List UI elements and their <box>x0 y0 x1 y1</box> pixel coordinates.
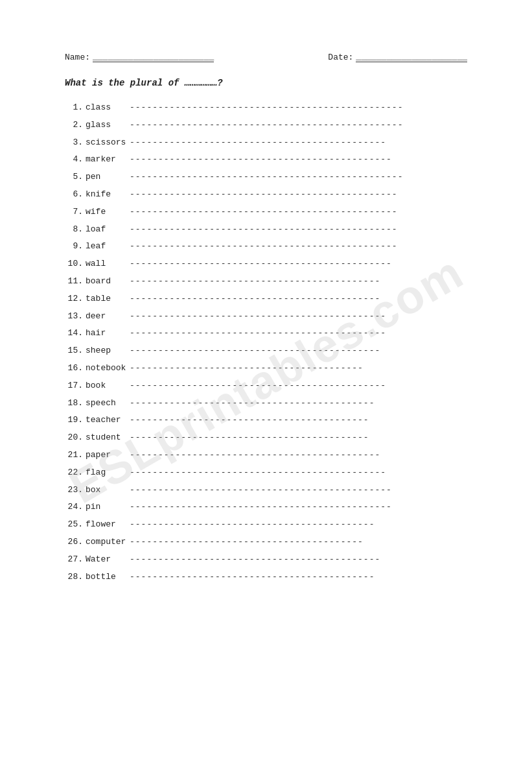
item-number: 3. <box>65 136 83 150</box>
item-dashes: ----------------------------------------… <box>130 136 467 150</box>
list-item: 24.pin ---------------------------------… <box>65 501 467 514</box>
item-dashes: ----------------------------------------… <box>130 101 467 115</box>
item-dashes: ----------------------------------------… <box>130 501 467 514</box>
list-item: 13.deer --------------------------------… <box>65 310 467 324</box>
date-label: Date: <box>328 53 353 62</box>
list-item: 28.bottle ------------------------------… <box>65 571 467 584</box>
item-number: 21. <box>65 449 83 462</box>
item-dashes: ----------------------------------------… <box>130 449 467 462</box>
item-word: bottle <box>86 571 130 584</box>
item-number: 22. <box>65 466 83 480</box>
item-dashes: ----------------------------------------… <box>130 119 467 132</box>
item-number: 19. <box>65 414 83 427</box>
list-item: 11.board -------------------------------… <box>65 275 467 289</box>
item-number: 20. <box>65 431 83 445</box>
item-dashes: ----------------------------------------… <box>130 466 467 480</box>
item-number: 17. <box>65 379 83 393</box>
item-word: leaf <box>86 240 130 254</box>
list-item: 23.box ---------------------------------… <box>65 484 467 497</box>
list-item: 14.hair --------------------------------… <box>65 327 467 340</box>
list-item: 8.loaf ---------------------------------… <box>65 223 467 237</box>
item-word: deer <box>86 310 130 324</box>
item-word: flag <box>86 466 130 480</box>
name-section: Name: ________________________ <box>65 52 214 62</box>
item-word: scissors <box>86 136 130 150</box>
item-dashes: ----------------------------------------… <box>130 362 467 375</box>
list-item: 3.scissors -----------------------------… <box>65 136 467 150</box>
item-word: speech <box>86 397 130 410</box>
item-word: student <box>86 431 130 445</box>
item-number: 4. <box>65 153 83 167</box>
list-item: 17.book --------------------------------… <box>65 379 467 393</box>
item-number: 24. <box>65 501 83 514</box>
list-item: 20.student -----------------------------… <box>65 431 467 445</box>
item-dashes: ----------------------------------------… <box>130 431 467 445</box>
page: ESLprintables.com Name: ________________… <box>0 0 532 758</box>
item-dashes: ----------------------------------------… <box>130 553 467 567</box>
item-dashes: ----------------------------------------… <box>130 206 467 219</box>
item-dashes: ----------------------------------------… <box>130 240 467 254</box>
item-dashes: ----------------------------------------… <box>130 188 467 202</box>
item-dashes: ----------------------------------------… <box>130 518 467 532</box>
list-item: 25.flower ------------------------------… <box>65 518 467 532</box>
item-number: 23. <box>65 484 83 497</box>
list-item: 15.sheep -------------------------------… <box>65 344 467 358</box>
item-word: flower <box>86 518 130 532</box>
item-dashes: ----------------------------------------… <box>130 414 467 427</box>
item-word: paper <box>86 449 130 462</box>
item-dashes: ----------------------------------------… <box>130 397 467 410</box>
item-number: 11. <box>65 275 83 289</box>
item-dashes: ----------------------------------------… <box>130 379 467 393</box>
item-number: 15. <box>65 344 83 358</box>
item-word: sheep <box>86 344 130 358</box>
item-word: marker <box>86 153 130 167</box>
item-number: 12. <box>65 292 83 306</box>
item-word: book <box>86 379 130 393</box>
item-number: 2. <box>65 119 83 132</box>
list-item: 7.wife ---------------------------------… <box>65 206 467 219</box>
item-dashes: ----------------------------------------… <box>130 310 467 324</box>
item-number: 25. <box>65 518 83 532</box>
item-number: 10. <box>65 257 83 271</box>
item-number: 28. <box>65 571 83 584</box>
item-word: board <box>86 275 130 289</box>
question-title: What is the plural of ………………? <box>65 78 467 88</box>
item-word: Water <box>86 553 130 567</box>
item-dashes: ----------------------------------------… <box>130 153 467 167</box>
item-number: 5. <box>65 171 83 184</box>
list-item: 22.flag --------------------------------… <box>65 466 467 480</box>
list-item: 2.glass --------------------------------… <box>65 119 467 132</box>
list-item: 19.teacher -----------------------------… <box>65 414 467 427</box>
item-word: pen <box>86 171 130 184</box>
item-number: 7. <box>65 206 83 219</box>
item-dashes: ----------------------------------------… <box>130 292 467 306</box>
item-dashes: ----------------------------------------… <box>130 536 467 549</box>
date-field[interactable]: ______________________ <box>356 52 467 62</box>
list-item: 9.leaf ---------------------------------… <box>65 240 467 254</box>
list-item: 12.table -------------------------------… <box>65 292 467 306</box>
list-item: 18.speech ------------------------------… <box>65 397 467 410</box>
item-dashes: ----------------------------------------… <box>130 275 467 289</box>
item-word: teacher <box>86 414 130 427</box>
item-number: 14. <box>65 327 83 340</box>
list-item: 4.marker -------------------------------… <box>65 153 467 167</box>
name-field[interactable]: ________________________ <box>93 52 214 62</box>
item-word: computer <box>86 536 130 549</box>
item-number: 16. <box>65 362 83 375</box>
item-word: class <box>86 101 130 115</box>
item-dashes: ----------------------------------------… <box>130 171 467 184</box>
header-row: Name: ________________________ Date: ___… <box>65 52 467 62</box>
list-item: 27.Water -------------------------------… <box>65 553 467 567</box>
item-word: glass <box>86 119 130 132</box>
item-number: 9. <box>65 240 83 254</box>
item-number: 26. <box>65 536 83 549</box>
list-item: 16.notebook ----------------------------… <box>65 362 467 375</box>
word-list: 1.class --------------------------------… <box>65 101 467 584</box>
item-word: hair <box>86 327 130 340</box>
name-label: Name: <box>65 53 90 62</box>
item-dashes: ----------------------------------------… <box>130 344 467 358</box>
list-item: 10.wall --------------------------------… <box>65 257 467 271</box>
date-section: Date: ______________________ <box>328 52 467 62</box>
item-word: wife <box>86 206 130 219</box>
item-number: 8. <box>65 223 83 237</box>
